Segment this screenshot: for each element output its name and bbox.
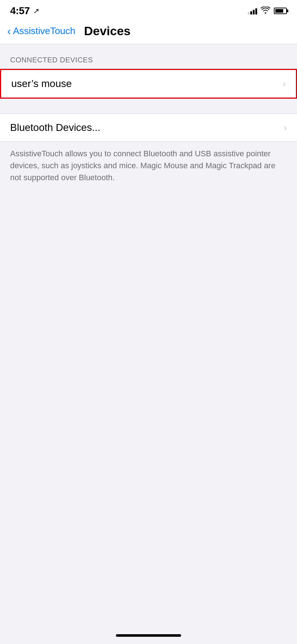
location-icon: ↗ — [33, 7, 39, 15]
content-area: CONNECTED DEVICES user’s mouse › Bluetoo… — [0, 44, 297, 192]
page-title: Devices — [84, 24, 131, 38]
back-button[interactable]: ‹ AssistiveTouch — [7, 25, 75, 37]
home-indicator — [116, 634, 181, 637]
signal-icon — [248, 7, 257, 15]
status-time: 4:57 — [10, 5, 30, 17]
bluetooth-list: Bluetooth Devices... › — [0, 113, 297, 142]
users-mouse-chevron-icon: › — [283, 78, 286, 90]
users-mouse-item[interactable]: user’s mouse › — [0, 69, 297, 99]
bluetooth-devices-label: Bluetooth Devices... — [10, 122, 100, 133]
wifi-icon — [261, 7, 270, 15]
users-mouse-label: user’s mouse — [11, 78, 72, 90]
connected-devices-header: CONNECTED DEVICES — [0, 56, 297, 69]
section-gap — [0, 99, 297, 113]
bluetooth-devices-chevron-icon: › — [284, 122, 287, 133]
connected-devices-list: user’s mouse › — [0, 69, 297, 99]
nav-bar: ‹ AssistiveTouch Devices — [0, 20, 297, 44]
connected-devices-section: CONNECTED DEVICES user’s mouse › — [0, 56, 297, 99]
battery-icon — [274, 8, 287, 14]
status-bar: 4:57 ↗ — [0, 0, 297, 20]
bluetooth-devices-item[interactable]: Bluetooth Devices... › — [0, 114, 297, 141]
bluetooth-description: AssistiveTouch allows you to connect Blu… — [0, 142, 297, 192]
status-icons — [248, 7, 287, 15]
back-chevron-icon: ‹ — [7, 26, 11, 37]
bluetooth-section: Bluetooth Devices... › AssistiveTouch al… — [0, 113, 297, 192]
back-label: AssistiveTouch — [13, 25, 75, 37]
